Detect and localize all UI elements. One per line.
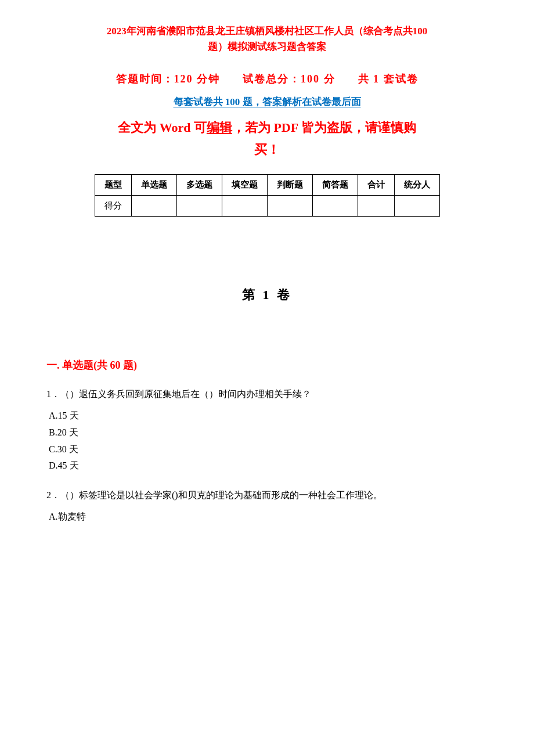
col-header-type: 题型 [95, 175, 131, 196]
question-1-text: 1．（）退伍义务兵回到原征集地后在（）时间内办理相关手续？ [46, 386, 488, 403]
exam-info: 答题时间：120 分钟 试卷总分：100 分 共 1 套试卷 [46, 72, 488, 86]
spacer-1 [46, 234, 488, 269]
col-header-judge: 判断题 [267, 175, 312, 196]
question-1-option-a: A.15 天 [49, 408, 488, 424]
question-2-option-a: A.勒麦特 [49, 509, 488, 525]
question-2-text: 2．（）标签理论是以社会学家()和贝克的理论为基础而形成的一种社会工作理论。 [46, 487, 488, 504]
col-header-scorer: 统分人 [394, 175, 439, 196]
col-header-total: 合计 [358, 175, 394, 196]
question-2: 2．（）标签理论是以社会学家()和贝克的理论为基础而形成的一种社会工作理论。 A… [46, 487, 488, 525]
question-1-option-c: C.30 天 [49, 441, 488, 458]
col-header-fill: 填空题 [222, 175, 267, 196]
col-header-short: 简答题 [312, 175, 358, 196]
score-single [131, 196, 176, 217]
score-multi [176, 196, 222, 217]
score-fill [222, 196, 267, 217]
score-table: 题型 单选题 多选题 填空题 判断题 简答题 合计 统分人 得分 [95, 174, 440, 217]
question-1-option-b: B.20 天 [49, 424, 488, 441]
score-judge [267, 196, 312, 217]
page-title: 2023年河南省濮阳市范县龙王庄镇栖风楼村社区工作人员（综合考点共100 题）模… [46, 23, 488, 55]
score-table-wrapper: 题型 单选题 多选题 填空题 判断题 简答题 合计 统分人 得分 [46, 174, 488, 217]
score-label: 得分 [95, 196, 131, 217]
col-header-multi: 多选题 [176, 175, 222, 196]
score-short [312, 196, 358, 217]
exam-notice: 每套试卷共 100 题，答案解析在试卷最后面 [46, 95, 488, 109]
volume-title: 第 1 卷 [46, 286, 488, 304]
section1-title: 一. 单选题(共 60 题) [46, 358, 488, 372]
question-1: 1．（）退伍义务兵回到原征集地后在（）时间内办理相关手续？ A.15 天 B.2… [46, 386, 488, 474]
score-total [358, 196, 394, 217]
page-header: 2023年河南省濮阳市范县龙王庄镇栖风楼村社区工作人员（综合考点共100 题）模… [46, 23, 488, 55]
spacer-2 [46, 327, 488, 344]
question-1-option-d: D.45 天 [49, 458, 488, 474]
score-scorer [394, 196, 439, 217]
col-header-single: 单选题 [131, 175, 176, 196]
exam-warning: 全文为 Word 可编辑，若为 PDF 皆为盗版，请谨慎购 买！ [46, 117, 488, 160]
